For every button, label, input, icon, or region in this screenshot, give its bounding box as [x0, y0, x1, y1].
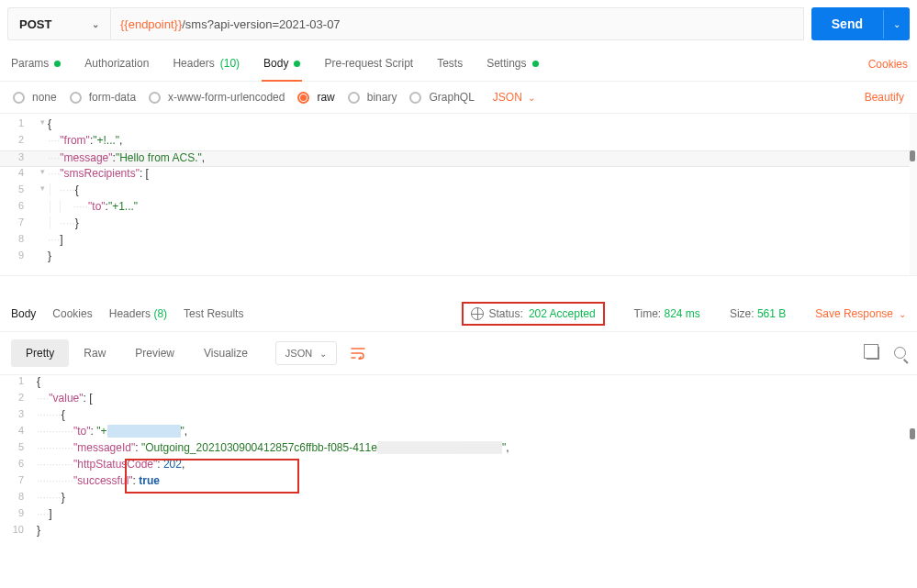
tab-prerequest-script[interactable]: Pre-request Script	[322, 48, 415, 81]
viewer-tab-raw[interactable]: Raw	[69, 339, 120, 367]
tab-authorization[interactable]: Authorization	[83, 48, 151, 81]
response-time: Time: 824 ms	[634, 307, 700, 320]
http-method-value: POST	[19, 17, 51, 31]
copy-icon[interactable]	[867, 347, 879, 360]
response-size: Size: 561 B	[730, 307, 786, 320]
response-tab-cookies[interactable]: Cookies	[52, 302, 92, 326]
indicator-dot-icon	[54, 61, 61, 67]
http-method-select[interactable]: POST ⌄	[7, 7, 110, 40]
radio-selected-icon	[297, 92, 309, 104]
bodytype-raw[interactable]: raw	[297, 91, 334, 104]
scroll-handle[interactable]	[910, 150, 915, 161]
radio-icon	[13, 92, 25, 104]
cookies-link[interactable]: Cookies	[868, 58, 908, 71]
chevron-down-icon: ⌄	[899, 309, 906, 319]
search-icon[interactable]	[894, 347, 906, 360]
send-button[interactable]: Send ⌄	[811, 7, 910, 40]
bodytype-none[interactable]: none	[13, 91, 57, 104]
body-language-dropdown[interactable]: JSON⌄	[493, 91, 535, 104]
bodytype-urlencoded[interactable]: x-www-form-urlencoded	[149, 91, 285, 104]
response-tab-headers[interactable]: Headers (8)	[109, 302, 167, 326]
response-tab-testresults[interactable]: Test Results	[184, 302, 243, 326]
response-tab-body[interactable]: Body	[11, 302, 36, 326]
viewer-tab-preview[interactable]: Preview	[120, 339, 189, 367]
tab-params[interactable]: Params	[9, 48, 62, 81]
response-body-viewer[interactable]: 1{ 2····"value": [ 3········{ 4·········…	[0, 375, 917, 557]
radio-icon	[348, 92, 360, 104]
fold-icon[interactable]: ▾	[37, 183, 48, 193]
indicator-dot-icon	[532, 61, 539, 67]
viewer-tab-pretty[interactable]: Pretty	[11, 339, 69, 367]
radio-icon	[409, 92, 421, 104]
radio-icon	[70, 92, 82, 104]
indicator-dot-icon	[294, 61, 300, 67]
bodytype-formdata[interactable]: form-data	[70, 91, 136, 104]
scroll-handle[interactable]	[910, 428, 915, 439]
save-response-button[interactable]: Save Response⌄	[815, 307, 906, 320]
scrollbar-track	[910, 114, 917, 275]
request-body-editor[interactable]: 1▾{ 2····"from":"+!...", 3····"message":…	[0, 113, 917, 276]
tab-headers[interactable]: Headers (10)	[171, 48, 241, 81]
chevron-down-icon: ⌄	[92, 19, 99, 29]
status-highlight-box: Status: 202 Accepted	[462, 302, 605, 326]
chevron-down-icon: ⌄	[528, 93, 535, 103]
bodytype-graphql[interactable]: GraphQL	[409, 91, 474, 104]
fold-icon[interactable]: ▾	[37, 117, 48, 127]
globe-icon[interactable]	[471, 307, 484, 320]
url-input[interactable]: {{endpoint}}/sms?api-version=2021-03-07	[110, 7, 804, 40]
chevron-down-icon[interactable]: ⌄	[883, 10, 910, 39]
fold-icon[interactable]: ▾	[37, 167, 48, 176]
viewer-tab-visualize[interactable]: Visualize	[189, 339, 263, 367]
tab-settings[interactable]: Settings	[485, 48, 540, 81]
viewer-language-dropdown[interactable]: JSON⌄	[275, 341, 337, 365]
wrap-lines-button[interactable]	[346, 341, 370, 365]
redacted-phone: XXXXXXXXXX	[107, 425, 181, 438]
url-path: /sms?api-version=2021-03-07	[182, 17, 340, 31]
radio-icon	[149, 92, 161, 104]
beautify-link[interactable]: Beautify	[865, 91, 904, 104]
redacted-id: -XXXX-XXXXXXXXXXXX	[377, 441, 502, 454]
url-template-var: {{endpoint}}	[120, 17, 182, 31]
tab-body[interactable]: Body	[262, 48, 302, 81]
chevron-down-icon: ⌄	[319, 349, 327, 359]
tab-tests[interactable]: Tests	[435, 48, 464, 81]
bodytype-binary[interactable]: binary	[348, 91, 397, 104]
